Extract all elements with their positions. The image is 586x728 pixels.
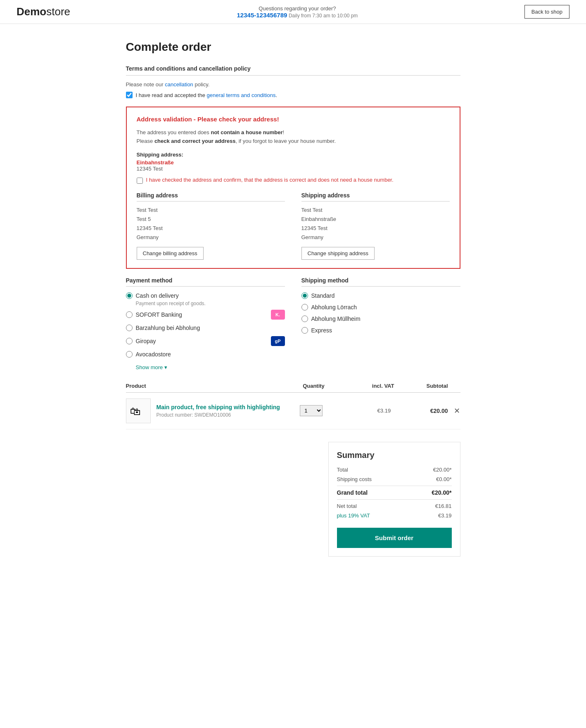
page-header: Demostore Questions regarding your order… xyxy=(0,0,586,24)
show-more-text: Show more xyxy=(136,364,163,370)
payment-radio-barzahlung[interactable] xyxy=(126,325,133,331)
col-header-product: Product xyxy=(126,383,287,389)
summary-divider-2 xyxy=(337,499,452,500)
payment-sublabel-cod: Payment upon receipt of goods. xyxy=(136,301,285,306)
table-row: 🛍 Main product, free shipping with highl… xyxy=(126,398,460,429)
summary-vat-value: €3.19 xyxy=(438,512,452,519)
page-title: Complete order xyxy=(126,40,460,54)
col-header-quantity: Quantity xyxy=(287,383,341,389)
giropay-badge: gP xyxy=(271,336,285,346)
confirm-label: I have checked the address and confirm, … xyxy=(146,177,394,183)
summary-total-value: €20.00* xyxy=(433,467,452,473)
logo: Demostore xyxy=(17,5,70,18)
terms-divider xyxy=(126,75,460,76)
payment-label-avocado: Avocadostore xyxy=(136,351,171,358)
logo-regular: store xyxy=(46,5,70,18)
validation-warning: The address you entered does not contain… xyxy=(137,128,450,146)
shipping-option-standard: Standard xyxy=(301,292,460,299)
terms-accept-row: I have read and accepted the general ter… xyxy=(126,92,460,98)
show-more-link[interactable]: Show more ▾ xyxy=(136,364,168,370)
address-columns: Billing address Test Test Test 5 12345 T… xyxy=(137,192,450,260)
terms-checkbox[interactable] xyxy=(126,92,133,98)
shipping-address-col: Shipping address Test Test Einbahnstraße… xyxy=(301,192,450,260)
payment-option-avocado: Avocadostore xyxy=(126,351,285,358)
summary-net-value: €16.81 xyxy=(435,503,452,509)
back-to-shop-button[interactable]: Back to shop xyxy=(524,5,569,19)
summary-total-label: Total xyxy=(337,467,348,473)
quantity-select[interactable]: 1 2 3 xyxy=(300,405,323,416)
shipping-label-mullheim: Abholung Müllheim xyxy=(311,315,361,322)
remove-product-button[interactable]: ✕ xyxy=(448,406,460,415)
col-header-vat: incl. VAT xyxy=(341,383,394,389)
street-name: Einbahnstraße xyxy=(137,159,450,166)
change-billing-button[interactable]: Change billing address xyxy=(137,247,204,260)
chevron-down-icon: ▾ xyxy=(164,364,167,370)
shipping-label-express: Express xyxy=(311,327,332,334)
shipping-address-text: Test Test Einbahnstraße 12345 Test Germa… xyxy=(301,206,450,242)
payment-radio-sofort[interactable] xyxy=(126,311,133,318)
payment-option-giropay: Giropay gP xyxy=(126,336,285,346)
summary-grand-total-value: €20.00* xyxy=(432,489,451,496)
shipping-option-lorrach: Abholung Lörrach xyxy=(301,304,460,311)
payment-label-giropay: Giropay xyxy=(136,338,156,344)
payment-method-col: Payment method Cash on delivery Payment … xyxy=(126,277,285,370)
summary-title: Summary xyxy=(337,451,452,460)
svg-text:🛍: 🛍 xyxy=(130,405,141,417)
shipping-label-standard: Standard xyxy=(311,292,335,299)
payment-radio-cod[interactable] xyxy=(126,292,133,299)
shipping-label-lorrach: Abholung Lörrach xyxy=(311,304,357,311)
product-section: Product Quantity incl. VAT Subtotal 🛍 Ma… xyxy=(126,383,460,429)
address-validation-box: Address validation - Please check your a… xyxy=(126,107,460,269)
payment-radio-avocado[interactable] xyxy=(126,351,133,358)
payment-label-barzahlung: Barzahlung bei Abholung xyxy=(136,325,200,331)
validation-title: Address validation - Please check your a… xyxy=(137,116,450,123)
payment-label-sofort: SOFORT Banking xyxy=(136,311,182,318)
payment-shipping-section: Payment method Cash on delivery Payment … xyxy=(126,277,460,370)
confirm-address-checkbox[interactable] xyxy=(137,178,143,184)
general-terms-link[interactable]: general terms and conditions xyxy=(207,92,276,98)
product-sku: Product number: SWDEMO10006 xyxy=(157,412,285,418)
shipping-radio-mullheim[interactable] xyxy=(301,315,308,322)
shipping-col-title: Shipping address xyxy=(301,192,450,202)
product-icon: 🛍 xyxy=(130,404,147,417)
shipping-radio-standard[interactable] xyxy=(301,292,308,299)
product-info: Main product, free shipping with highlig… xyxy=(157,404,285,418)
confirm-address-row: I have checked the address and confirm, … xyxy=(137,177,450,184)
payment-radio-giropay[interactable] xyxy=(126,338,133,344)
shipping-radio-lorrach[interactable] xyxy=(301,304,308,311)
contact-hours: Daily from 7:30 am to 10:00 pm xyxy=(289,13,358,19)
shipping-option-express: Express xyxy=(301,327,460,334)
shipping-option-mullheim: Abholung Müllheim xyxy=(301,315,460,322)
contact-label: Questions regarding your order? xyxy=(237,5,358,12)
summary-box: Summary Total €20.00* Shipping costs €0.… xyxy=(328,442,460,557)
terms-accept-text: I have read and accepted the general ter… xyxy=(136,92,278,98)
col-header-subtotal: Subtotal xyxy=(394,383,448,389)
product-table-header: Product Quantity incl. VAT Subtotal xyxy=(126,383,460,393)
payment-method-title: Payment method xyxy=(126,277,285,287)
klarna-badge: K. xyxy=(271,310,285,320)
summary-net-label: Net total xyxy=(337,503,357,509)
summary-total-row: Total €20.00* xyxy=(337,467,452,473)
shipping-method-title: Shipping method xyxy=(301,277,460,287)
contact-info: Questions regarding your order? 12345-12… xyxy=(237,5,358,19)
product-cell: 🛍 Main product, free shipping with highl… xyxy=(126,398,285,423)
warning-bold: not contain a house number xyxy=(211,129,282,135)
summary-vat-row: plus 19% VAT €3.19 xyxy=(337,512,452,519)
phone-number[interactable]: 12345-123456789 xyxy=(237,12,287,19)
shipping-radio-express[interactable] xyxy=(301,327,308,334)
product-name: Main product, free shipping with highlig… xyxy=(157,404,285,410)
city-zip: 12345 Test xyxy=(137,166,450,172)
summary-section: Summary Total €20.00* Shipping costs €0.… xyxy=(126,442,460,557)
shipping-method-col: Shipping method Standard Abholung Lörrac… xyxy=(301,277,460,370)
submit-order-button[interactable]: Submit order xyxy=(337,528,452,548)
payment-option-sofort: SOFORT Banking K. xyxy=(126,310,285,320)
cancellation-link[interactable]: cancellation xyxy=(165,81,193,88)
summary-vat-label: plus 19% VAT xyxy=(337,512,370,519)
product-qty-cell: 1 2 3 xyxy=(285,405,338,416)
summary-net-row: Net total €16.81 xyxy=(337,503,452,509)
terms-section-title: Terms and conditions and cancellation po… xyxy=(126,65,460,72)
product-thumbnail: 🛍 xyxy=(126,398,151,423)
change-shipping-button[interactable]: Change shipping address xyxy=(301,247,375,260)
main-content: Complete order Terms and conditions and … xyxy=(118,24,469,573)
billing-col-title: Billing address xyxy=(137,192,285,202)
